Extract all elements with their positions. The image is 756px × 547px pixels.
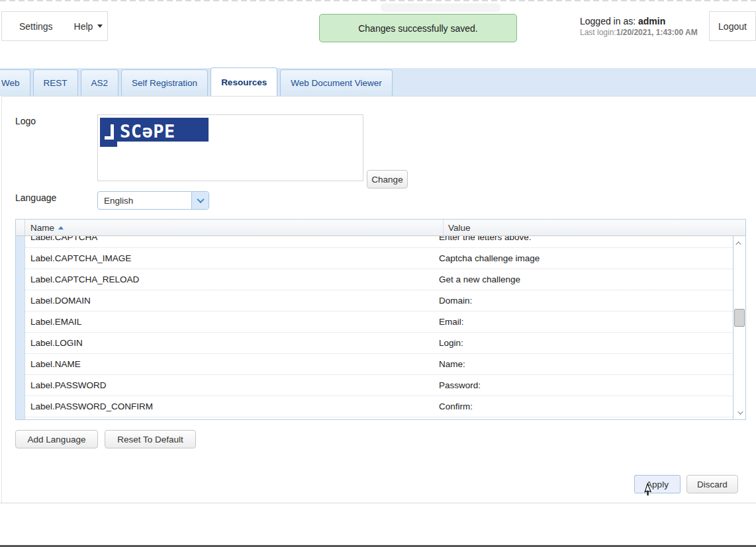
tab-resources[interactable]: Resources (211, 67, 277, 96)
table-row[interactable]: Label.LOGIN Login: (25, 333, 733, 354)
column-header-value[interactable]: Value (443, 220, 745, 235)
row-value-cell: Name: (434, 359, 733, 369)
scrollbar-thumb[interactable] (734, 309, 745, 327)
row-name-cell: Label.NAME (25, 359, 434, 369)
dropdown-trigger[interactable] (191, 192, 209, 209)
logo-field-label: Logo (15, 116, 36, 126)
footer-divider (0, 503, 756, 503)
tab-row: Web REST AS2 Self Registration Resources… (0, 67, 393, 96)
logout-label: Logout (718, 21, 747, 32)
apply-label: Apply (646, 480, 669, 489)
scroll-up-icon (735, 241, 741, 247)
scroll-up-button[interactable] (733, 236, 745, 250)
resources-panel: Logo SCəPE Change Language English Name … (1, 96, 756, 503)
last-login-value: 1/20/2021, 1:43:00 AM (616, 28, 698, 37)
row-value-cell: Enter the letters above. (434, 236, 733, 242)
sort-ascending-icon (58, 226, 64, 230)
row-name-cell: Label.CAPTCHA_IMAGE (25, 253, 434, 263)
column-header-name[interactable]: Name (25, 220, 443, 235)
logged-in-user: admin (638, 16, 665, 26)
language-selected-value: English (98, 196, 191, 206)
table-row[interactable]: Label.PASSWORD Password: (25, 375, 733, 396)
apply-button[interactable]: Apply (634, 475, 681, 493)
tab-self-registration[interactable]: Self Registration (121, 69, 208, 96)
help-menu-label: Help (74, 21, 93, 32)
table-body-rows: Label.CAPTCHA Enter the letters above. L… (25, 236, 733, 417)
row-value-cell: Confirm: (434, 401, 733, 411)
notification-text: Changes successfully saved. (358, 23, 478, 34)
discard-button[interactable]: Discard (686, 475, 738, 493)
scroll-down-button[interactable] (733, 405, 745, 419)
row-name-cell: Label.PASSWORD_CONFIRM (25, 401, 434, 411)
row-name-cell: Label.PASSWORD (25, 380, 434, 390)
change-button-label: Change (371, 175, 402, 185)
tab-rest[interactable]: REST (33, 69, 78, 96)
table-row[interactable]: Label.PASSWORD_CONFIRM Confirm: (25, 396, 733, 417)
jscape-logo: SCəPE (100, 117, 209, 147)
table-row[interactable]: Label.NAME Name: (25, 354, 733, 375)
table-row[interactable]: Label.CAPTCHA_IMAGE Captcha challenge im… (25, 248, 733, 269)
row-value-cell: Login: (434, 338, 733, 348)
vertical-scrollbar[interactable] (733, 236, 745, 419)
resources-table: Name Value Label.CAPTCHA Enter the lette… (15, 219, 746, 420)
chevron-down-icon (197, 196, 204, 203)
gutter-header-cell (16, 220, 25, 235)
tab-strip: Web REST AS2 Self Registration Resources… (0, 68, 756, 96)
add-language-button[interactable]: Add Language (15, 430, 98, 448)
change-logo-button[interactable]: Change (367, 170, 408, 189)
table-row[interactable]: Label.EMAIL Email: (25, 312, 733, 333)
logged-in-as: Logged in as: admin (580, 16, 703, 26)
faded-progress-bar (381, 3, 500, 12)
top-dashed-border (0, 0, 756, 1)
add-language-label: Add Language (28, 435, 86, 444)
table-row[interactable]: Label.CAPTCHA Enter the letters above. (25, 236, 733, 248)
row-value-cell: Email: (434, 317, 733, 327)
tab-web-document-viewer[interactable]: Web Document Viewer (280, 69, 393, 96)
table-header: Name Value (16, 220, 745, 236)
table-row[interactable]: Label.DOMAIN Domain: (25, 290, 733, 312)
language-dropdown[interactable]: English (97, 191, 209, 210)
row-gutter (16, 236, 25, 419)
row-value-cell: Password: (434, 380, 733, 390)
reset-to-default-button[interactable]: Reset To Default (105, 430, 196, 448)
row-name-cell: Label.CAPTCHA_RELOAD (25, 274, 434, 284)
logout-button[interactable]: Logout (709, 11, 756, 41)
login-info: Logged in as: admin Last login:1/20/2021… (580, 16, 703, 37)
help-menu[interactable]: Help (74, 21, 103, 32)
settings-menu[interactable]: Settings (19, 21, 53, 32)
row-value-cell: Get a new challenge (434, 274, 733, 284)
caret-down-icon (97, 24, 103, 28)
row-name-cell: Label.DOMAIN (25, 296, 434, 306)
row-name-cell: Label.LOGIN (25, 338, 434, 348)
top-menu-bar: Settings Help (1, 11, 108, 41)
table-body: Label.CAPTCHA Enter the letters above. L… (16, 236, 745, 419)
row-value-cell: Domain: (434, 296, 733, 306)
reset-to-default-label: Reset To Default (117, 435, 183, 444)
svg-text:SCəPE: SCəPE (120, 121, 175, 142)
success-notification: Changes successfully saved. (319, 14, 517, 42)
discard-label: Discard (697, 480, 728, 489)
settings-menu-label: Settings (19, 21, 53, 32)
scroll-down-icon (737, 409, 743, 414)
tab-web[interactable]: Web (0, 69, 30, 96)
table-row[interactable]: Label.CAPTCHA_RELOAD Get a new challenge (25, 269, 733, 290)
language-field-label: Language (15, 192, 56, 203)
row-name-cell: Label.EMAIL (25, 317, 434, 327)
row-name-cell: Label.CAPTCHA (25, 236, 434, 242)
row-value-cell: Captcha challenge image (434, 253, 733, 263)
tab-as2[interactable]: AS2 (81, 69, 119, 96)
logo-preview-box: SCəPE (97, 114, 363, 181)
last-login: Last login:1/20/2021, 1:43:00 AM (580, 28, 703, 37)
